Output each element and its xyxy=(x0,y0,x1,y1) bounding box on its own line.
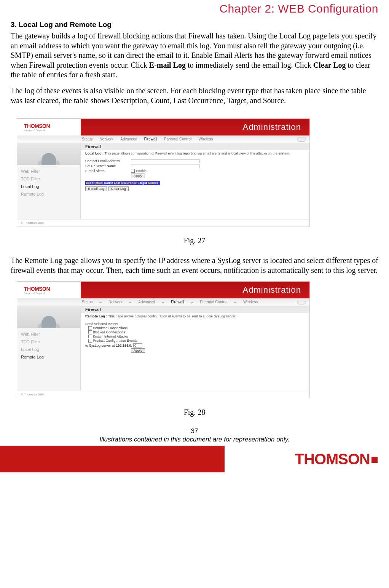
sidebar-item-locallog-2[interactable]: Local Log xyxy=(17,346,80,353)
nav-wireless-2[interactable]: Wireless xyxy=(243,300,258,304)
label-smtp: SMTP Server Name xyxy=(85,164,131,168)
checkbox-permitted[interactable] xyxy=(88,326,92,330)
sidebar-item-webfilter[interactable]: Web Filter xyxy=(17,167,80,175)
nav-firewall-2[interactable]: Firewall xyxy=(171,300,184,304)
sidebar-item-todfilter-2[interactable]: TOD Filter xyxy=(17,338,80,346)
nav-parental[interactable]: Parental Control xyxy=(164,137,191,141)
nav-advanced[interactable]: Advanced xyxy=(120,137,137,141)
logo-tagline-2: images & beyond xyxy=(24,292,50,295)
admin-title-2: Administration xyxy=(81,285,309,295)
sidebar-2: Web Filter TOD Filter Local Log Remote L… xyxy=(17,306,81,391)
figure-28-screenshot: THOMSON images & beyond Administration S… xyxy=(17,281,310,398)
th-description: Description xyxy=(86,181,103,185)
log-table-header: DescriptionCountLast OccurenceTargetSour… xyxy=(85,181,160,185)
logo-tagline: images & beyond xyxy=(24,129,50,132)
checkbox-product[interactable] xyxy=(88,339,92,343)
ss-footer: © Thomson 2007 xyxy=(17,219,309,226)
send-selected-label: Send selected events xyxy=(85,322,305,326)
figure-28-caption: Fig. 28 xyxy=(11,408,378,417)
avatar-image-2 xyxy=(17,306,80,328)
figure-27-caption: Fig. 27 xyxy=(11,236,378,245)
section-heading: 3. Local Log and Remote Log xyxy=(11,21,378,29)
nav-parental-2[interactable]: Parental Control xyxy=(200,300,227,304)
sidebar-item-remotelog[interactable]: Remote Log xyxy=(17,190,80,198)
sidebar-item-locallog[interactable]: Local Log xyxy=(17,183,80,190)
panel-description-2: Remote Log : This page allows optional c… xyxy=(85,314,305,319)
nav-advanced-2[interactable]: Advanced xyxy=(138,300,155,304)
input-contact-email[interactable] xyxy=(131,159,199,163)
brand-bar-red xyxy=(0,446,225,472)
label-blocked: Blocked Connections xyxy=(93,330,125,334)
page-number: 37 xyxy=(11,427,378,435)
th-count: Count xyxy=(104,181,113,185)
sidebar-item-remotelog-2[interactable]: Remote Log xyxy=(17,353,80,361)
paragraph-1: The gateway builds a log of firewall blo… xyxy=(11,31,378,80)
desc-label: Local Log : xyxy=(85,151,105,155)
nav-bar: Status Network Advanced Firewall Parenta… xyxy=(17,135,309,143)
nav-dropdown-icon[interactable] xyxy=(297,137,306,142)
nav-status-2[interactable]: Status xyxy=(82,300,92,304)
nav-bar-2: Status– Network– Advanced– Firewall– Par… xyxy=(17,298,309,306)
input-smtp[interactable] xyxy=(131,164,199,168)
label-product: Product Configuration Events xyxy=(93,339,137,343)
paragraph-2: The log of these events is also visible … xyxy=(11,86,378,105)
avatar-image xyxy=(17,143,80,165)
nav-wireless[interactable]: Wireless xyxy=(198,137,213,141)
ss-logo-wrap: THOMSON images & beyond xyxy=(17,119,81,135)
logo-text-2: THOMSON xyxy=(24,286,50,292)
label-contact-email: Contact Email Address xyxy=(85,159,131,163)
ip-last-octet-input[interactable]: 0 xyxy=(133,343,142,347)
sidebar-item-webfilter-2[interactable]: Web Filter xyxy=(17,330,80,338)
panel-title-2: Firewall xyxy=(81,306,309,313)
chapter-title: Chapter 2: WEB Configuration xyxy=(11,2,378,15)
paragraph-3: The Remote Log page allows you to specif… xyxy=(11,256,378,275)
brand-bar-right: THOMSON xyxy=(225,446,389,472)
panel-title: Firewall xyxy=(81,143,309,150)
logo-text: THOMSON xyxy=(24,123,50,129)
apply-button[interactable]: Apply xyxy=(131,174,145,178)
checkbox-attacks[interactable] xyxy=(88,335,92,338)
figure-27-screenshot: THOMSON images & beyond Administration S… xyxy=(17,118,310,226)
th-target: Target xyxy=(138,181,147,185)
main-panel-2: Firewall Remote Log : This page allows o… xyxy=(81,306,309,391)
ss-header: THOMSON images & beyond Administration xyxy=(17,119,309,135)
nav-network-2[interactable]: Network xyxy=(108,300,123,304)
nav-status[interactable]: Status xyxy=(82,137,92,141)
email-log-button[interactable]: E-mail Log xyxy=(85,186,107,191)
clear-log-button[interactable]: Clear Log xyxy=(108,186,129,191)
ss-header-2: THOMSON images & beyond Administration xyxy=(17,282,309,298)
label-permitted: Permitted Connections xyxy=(93,326,128,330)
ip-fixed: 192.168.0. xyxy=(116,344,132,347)
admin-title: Administration xyxy=(81,122,309,132)
panel-description: Local Log : This page allows configurati… xyxy=(85,151,305,156)
apply-button-2[interactable]: Apply xyxy=(131,348,145,353)
checkbox-blocked[interactable] xyxy=(88,330,92,334)
ss-footer-2: © Thomson 2007 xyxy=(17,391,309,398)
brand-square-icon xyxy=(371,457,378,463)
thomson-logo-2: THOMSON images & beyond xyxy=(24,286,50,295)
disclaimer: Illustrations contained in this document… xyxy=(11,436,378,443)
p1-b: to immediately send the email log. Click xyxy=(186,61,313,69)
desc-label-2: Remote Log : xyxy=(85,314,108,318)
sidebar: Web Filter TOD Filter Local Log Remote L… xyxy=(17,143,81,219)
label-enable: Enable xyxy=(136,169,147,173)
p1-bold-clear-log: Clear Log xyxy=(313,61,346,69)
footer-brand-logo: THOMSON xyxy=(295,451,370,468)
th-last: Last Occurence xyxy=(114,181,137,185)
brand-bar: THOMSON xyxy=(0,446,389,472)
nav-dropdown-icon-2[interactable] xyxy=(297,300,306,304)
ip-prefix: to SysLog server at xyxy=(85,344,115,347)
label-attacks: Known Internet Attacks xyxy=(93,335,128,338)
checkbox-enable[interactable] xyxy=(131,169,135,173)
p1-bold-email-log: E-mail Log xyxy=(149,61,186,69)
desc-text: This page allows configuration of Firewa… xyxy=(105,151,290,155)
nav-firewall[interactable]: Firewall xyxy=(144,137,157,141)
label-email-alerts: E-mail Alerts xyxy=(85,169,131,173)
main-panel: Firewall Local Log : This page allows co… xyxy=(81,143,309,219)
thomson-logo: THOMSON images & beyond xyxy=(24,123,50,132)
sidebar-item-todfilter[interactable]: TOD Filter xyxy=(17,175,80,183)
desc-text-2: This page allows optional configuration … xyxy=(108,314,236,318)
th-source: Source xyxy=(148,181,158,185)
ss-logo-wrap-2: THOMSON images & beyond xyxy=(17,282,81,298)
nav-network[interactable]: Network xyxy=(99,137,113,141)
